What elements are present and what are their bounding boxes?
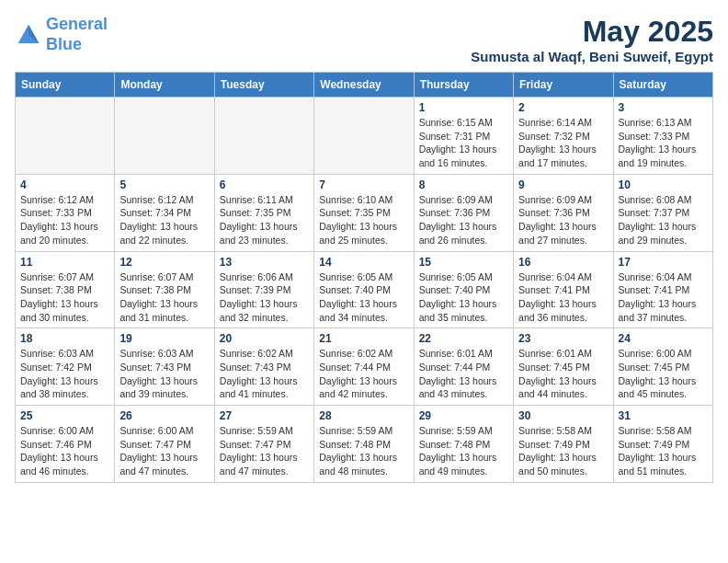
calendar-week-2: 4Sunrise: 6:12 AM Sunset: 7:33 PM Daylig… bbox=[16, 174, 713, 251]
day-number: 30 bbox=[518, 409, 608, 422]
day-number: 14 bbox=[319, 256, 408, 269]
day-info: Sunrise: 6:04 AM Sunset: 7:41 PM Dayligh… bbox=[518, 270, 608, 325]
weekday-tuesday: Tuesday bbox=[214, 73, 313, 98]
calendar-cell: 9Sunrise: 6:09 AM Sunset: 7:36 PM Daylig… bbox=[514, 174, 613, 251]
day-number: 26 bbox=[119, 409, 209, 422]
day-info: Sunrise: 6:07 AM Sunset: 7:38 PM Dayligh… bbox=[119, 270, 209, 325]
day-info: Sunrise: 6:09 AM Sunset: 7:36 PM Dayligh… bbox=[419, 193, 508, 247]
day-number: 20 bbox=[220, 332, 309, 345]
calendar-cell: 19Sunrise: 6:03 AM Sunset: 7:43 PM Dayli… bbox=[115, 328, 214, 406]
logo: General Blue bbox=[15, 15, 108, 54]
day-number: 6 bbox=[220, 178, 309, 191]
calendar-cell: 20Sunrise: 6:02 AM Sunset: 7:43 PM Dayli… bbox=[214, 328, 313, 406]
day-info: Sunrise: 6:04 AM Sunset: 7:41 PM Dayligh… bbox=[619, 270, 708, 325]
day-number: 11 bbox=[20, 256, 109, 269]
day-info: Sunrise: 6:14 AM Sunset: 7:32 PM Dayligh… bbox=[518, 116, 608, 170]
calendar: SundayMondayTuesdayWednesdayThursdayFrid… bbox=[15, 72, 713, 483]
calendar-cell: 2Sunrise: 6:14 AM Sunset: 7:32 PM Daylig… bbox=[514, 98, 613, 175]
calendar-week-1: 1Sunrise: 6:15 AM Sunset: 7:31 PM Daylig… bbox=[16, 98, 713, 175]
day-number: 22 bbox=[419, 332, 508, 345]
calendar-cell: 15Sunrise: 6:05 AM Sunset: 7:40 PM Dayli… bbox=[414, 251, 513, 328]
day-number: 17 bbox=[619, 256, 708, 269]
calendar-cell: 3Sunrise: 6:13 AM Sunset: 7:33 PM Daylig… bbox=[613, 98, 712, 175]
weekday-header-row: SundayMondayTuesdayWednesdayThursdayFrid… bbox=[16, 73, 713, 98]
calendar-cell bbox=[115, 98, 214, 175]
day-number: 18 bbox=[20, 332, 109, 345]
day-number: 31 bbox=[619, 409, 708, 422]
day-info: Sunrise: 6:05 AM Sunset: 7:40 PM Dayligh… bbox=[319, 270, 408, 325]
calendar-body: 1Sunrise: 6:15 AM Sunset: 7:31 PM Daylig… bbox=[16, 98, 713, 483]
day-info: Sunrise: 6:05 AM Sunset: 7:40 PM Dayligh… bbox=[419, 270, 508, 325]
day-info: Sunrise: 6:01 AM Sunset: 7:45 PM Dayligh… bbox=[518, 347, 608, 401]
day-info: Sunrise: 6:00 AM Sunset: 7:46 PM Dayligh… bbox=[20, 424, 109, 478]
day-info: Sunrise: 5:59 AM Sunset: 7:47 PM Dayligh… bbox=[220, 424, 309, 478]
day-number: 19 bbox=[119, 332, 209, 345]
calendar-cell: 4Sunrise: 6:12 AM Sunset: 7:33 PM Daylig… bbox=[16, 174, 115, 251]
calendar-cell: 16Sunrise: 6:04 AM Sunset: 7:41 PM Dayli… bbox=[514, 251, 613, 328]
day-info: Sunrise: 6:15 AM Sunset: 7:31 PM Dayligh… bbox=[419, 116, 508, 170]
day-info: Sunrise: 5:59 AM Sunset: 7:48 PM Dayligh… bbox=[319, 424, 408, 478]
day-info: Sunrise: 6:12 AM Sunset: 7:34 PM Dayligh… bbox=[119, 193, 209, 247]
day-info: Sunrise: 5:58 AM Sunset: 7:49 PM Dayligh… bbox=[518, 424, 608, 478]
calendar-cell: 24Sunrise: 6:00 AM Sunset: 7:45 PM Dayli… bbox=[613, 328, 712, 406]
day-number: 15 bbox=[419, 256, 508, 269]
calendar-cell: 6Sunrise: 6:11 AM Sunset: 7:35 PM Daylig… bbox=[214, 174, 313, 251]
header: General Blue May 2025 Sumusta al Waqf, B… bbox=[15, 15, 713, 64]
day-info: Sunrise: 6:02 AM Sunset: 7:44 PM Dayligh… bbox=[319, 347, 408, 401]
weekday-thursday: Thursday bbox=[414, 73, 513, 98]
calendar-cell: 13Sunrise: 6:06 AM Sunset: 7:39 PM Dayli… bbox=[214, 251, 313, 328]
day-info: Sunrise: 6:12 AM Sunset: 7:33 PM Dayligh… bbox=[20, 193, 109, 247]
calendar-cell: 23Sunrise: 6:01 AM Sunset: 7:45 PM Dayli… bbox=[514, 328, 613, 406]
calendar-cell: 14Sunrise: 6:05 AM Sunset: 7:40 PM Dayli… bbox=[314, 251, 414, 328]
calendar-week-4: 18Sunrise: 6:03 AM Sunset: 7:42 PM Dayli… bbox=[16, 328, 713, 406]
day-info: Sunrise: 6:09 AM Sunset: 7:36 PM Dayligh… bbox=[518, 193, 608, 247]
weekday-saturday: Saturday bbox=[613, 73, 712, 98]
day-number: 7 bbox=[319, 178, 408, 191]
calendar-cell bbox=[16, 98, 115, 175]
calendar-cell: 10Sunrise: 6:08 AM Sunset: 7:37 PM Dayli… bbox=[613, 174, 712, 251]
day-info: Sunrise: 6:08 AM Sunset: 7:37 PM Dayligh… bbox=[619, 193, 708, 247]
calendar-cell: 1Sunrise: 6:15 AM Sunset: 7:31 PM Daylig… bbox=[414, 98, 513, 175]
day-info: Sunrise: 6:06 AM Sunset: 7:39 PM Dayligh… bbox=[220, 270, 309, 325]
day-number: 28 bbox=[319, 409, 408, 422]
calendar-cell: 5Sunrise: 6:12 AM Sunset: 7:34 PM Daylig… bbox=[115, 174, 214, 251]
subtitle: Sumusta al Waqf, Beni Suweif, Egypt bbox=[471, 49, 713, 64]
day-number: 24 bbox=[619, 332, 708, 345]
day-number: 8 bbox=[419, 178, 508, 191]
calendar-cell: 22Sunrise: 6:01 AM Sunset: 7:44 PM Dayli… bbox=[414, 328, 513, 406]
day-info: Sunrise: 6:07 AM Sunset: 7:38 PM Dayligh… bbox=[20, 270, 109, 325]
calendar-cell: 29Sunrise: 5:59 AM Sunset: 7:48 PM Dayli… bbox=[414, 406, 513, 483]
logo-text: General Blue bbox=[46, 15, 108, 54]
calendar-cell: 8Sunrise: 6:09 AM Sunset: 7:36 PM Daylig… bbox=[414, 174, 513, 251]
day-info: Sunrise: 6:13 AM Sunset: 7:33 PM Dayligh… bbox=[619, 116, 708, 170]
day-number: 3 bbox=[619, 101, 708, 114]
day-info: Sunrise: 6:11 AM Sunset: 7:35 PM Dayligh… bbox=[220, 193, 309, 247]
weekday-sunday: Sunday bbox=[16, 73, 115, 98]
calendar-week-3: 11Sunrise: 6:07 AM Sunset: 7:38 PM Dayli… bbox=[16, 251, 713, 328]
day-number: 23 bbox=[518, 332, 608, 345]
day-info: Sunrise: 5:58 AM Sunset: 7:49 PM Dayligh… bbox=[619, 424, 708, 478]
calendar-week-5: 25Sunrise: 6:00 AM Sunset: 7:46 PM Dayli… bbox=[16, 406, 713, 483]
calendar-cell: 7Sunrise: 6:10 AM Sunset: 7:35 PM Daylig… bbox=[314, 174, 414, 251]
title-area: May 2025 Sumusta al Waqf, Beni Suweif, E… bbox=[471, 15, 713, 64]
calendar-cell: 31Sunrise: 5:58 AM Sunset: 7:49 PM Dayli… bbox=[613, 406, 712, 483]
day-number: 4 bbox=[20, 178, 109, 191]
day-info: Sunrise: 5:59 AM Sunset: 7:48 PM Dayligh… bbox=[419, 424, 508, 478]
calendar-cell bbox=[314, 98, 414, 175]
calendar-cell: 26Sunrise: 6:00 AM Sunset: 7:47 PM Dayli… bbox=[115, 406, 214, 483]
day-number: 9 bbox=[518, 178, 608, 191]
day-number: 25 bbox=[20, 409, 109, 422]
calendar-cell: 30Sunrise: 5:58 AM Sunset: 7:49 PM Dayli… bbox=[514, 406, 613, 483]
weekday-friday: Friday bbox=[514, 73, 613, 98]
day-number: 27 bbox=[220, 409, 309, 422]
day-number: 16 bbox=[518, 256, 608, 269]
calendar-cell bbox=[214, 98, 313, 175]
day-number: 21 bbox=[319, 332, 408, 345]
day-number: 2 bbox=[518, 101, 608, 114]
calendar-cell: 11Sunrise: 6:07 AM Sunset: 7:38 PM Dayli… bbox=[16, 251, 115, 328]
day-info: Sunrise: 6:03 AM Sunset: 7:43 PM Dayligh… bbox=[119, 347, 209, 401]
main-title: May 2025 bbox=[471, 15, 713, 49]
day-number: 1 bbox=[419, 101, 508, 114]
logo-icon bbox=[15, 21, 42, 49]
day-info: Sunrise: 6:10 AM Sunset: 7:35 PM Dayligh… bbox=[319, 193, 408, 247]
